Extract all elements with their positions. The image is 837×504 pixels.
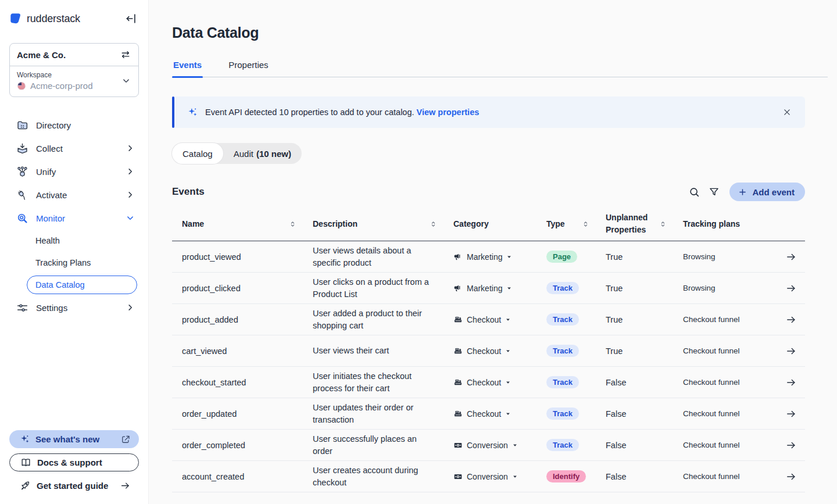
arrow-right-icon xyxy=(120,480,131,491)
table-row[interactable]: checkout_started User initiates the chec… xyxy=(172,367,805,398)
caret-down-icon xyxy=(505,317,511,323)
sidebar-item-settings[interactable]: Settings xyxy=(9,296,139,319)
filter-icon xyxy=(708,186,720,198)
rudderstack-logo-icon xyxy=(9,12,22,25)
cash-register-icon xyxy=(453,346,463,356)
event-name: cart_viewed xyxy=(182,346,313,356)
unplanned-value: True xyxy=(606,315,683,324)
sparkles-icon xyxy=(187,107,198,117)
row-open-button[interactable] xyxy=(773,439,805,451)
row-open-button[interactable] xyxy=(773,377,805,388)
caret-down-icon xyxy=(506,254,512,260)
tracking-plan: Checkout funnel xyxy=(683,409,773,418)
tracking-plan: Browsing xyxy=(683,284,773,292)
table-row[interactable]: account_created User creates account dur… xyxy=(172,461,805,492)
event-description: User clicks on a product from a Product … xyxy=(313,276,453,301)
tab-events[interactable]: Events xyxy=(172,56,203,77)
event-description: User updates their order or transaction xyxy=(313,402,453,426)
column-header-name: Name xyxy=(182,218,313,230)
sidebar-item-activate[interactable]: Activate xyxy=(9,183,139,206)
org-name: Acme & Co. xyxy=(17,50,120,60)
table-row[interactable]: order_completed User successfully places… xyxy=(172,430,805,461)
table-body: product_viewed User views details about … xyxy=(172,241,805,492)
category-label: Checkout xyxy=(467,346,501,356)
row-open-button[interactable] xyxy=(773,345,805,357)
chevron-down-icon[interactable] xyxy=(121,76,131,86)
banner-close-button[interactable] xyxy=(778,103,796,121)
category-dropdown[interactable]: Conversion xyxy=(453,472,546,481)
sidebar: rudderstack Acme & Co. Workspace Acme-co… xyxy=(0,0,149,504)
table-header: Name Description Category Type Unplanned… xyxy=(172,209,805,241)
table-row[interactable]: product_viewed User views details about … xyxy=(172,241,805,273)
category-dropdown[interactable]: Marketing xyxy=(453,252,546,262)
category-label: Conversion xyxy=(467,441,508,450)
chevron-right-icon[interactable] xyxy=(125,143,135,153)
plug-icon xyxy=(16,189,28,201)
main-content: Data Catalog Events Properties Event API… xyxy=(149,0,837,504)
search-icon xyxy=(688,186,700,198)
toggle-audit-label: Audit xyxy=(234,149,253,159)
add-event-button[interactable]: Add event xyxy=(729,183,805,201)
table-row[interactable]: product_added User added a product to th… xyxy=(172,304,805,335)
type-badge: Track xyxy=(546,313,579,326)
view-properties-link[interactable]: View properties xyxy=(417,108,480,117)
category-dropdown[interactable]: Checkout xyxy=(453,346,546,356)
sidebar-subitem-tracking-plans[interactable]: Tracking Plans xyxy=(9,252,139,274)
arrow-right-icon xyxy=(785,314,797,326)
table-row[interactable]: product_clicked User clicks on a product… xyxy=(172,273,805,304)
sidebar-subitem-data-catalog[interactable]: Data Catalog xyxy=(9,274,139,296)
category-label: Conversion xyxy=(467,472,508,481)
search-button[interactable] xyxy=(684,182,704,202)
sidebar-item-collect[interactable]: Collect xyxy=(9,137,139,160)
type-badge: Track xyxy=(546,345,579,357)
org-selector[interactable]: Acme & Co. xyxy=(10,44,138,66)
filter-button[interactable] xyxy=(704,182,724,202)
row-open-button[interactable] xyxy=(773,314,805,326)
table-row[interactable]: order_updated User updates their order o… xyxy=(172,398,805,430)
category-dropdown[interactable]: Checkout xyxy=(453,315,546,324)
chevron-right-icon[interactable] xyxy=(125,190,135,200)
plus-icon xyxy=(738,187,747,197)
unplanned-value: True xyxy=(606,346,683,356)
arrow-right-icon xyxy=(785,471,797,482)
tracking-plan: Checkout funnel xyxy=(683,441,773,449)
row-open-button[interactable] xyxy=(773,408,805,420)
banner-text: Event API detected 10 properties to add … xyxy=(205,108,414,117)
sort-icon[interactable] xyxy=(659,220,667,228)
category-dropdown[interactable]: Checkout xyxy=(453,378,546,387)
workspace-selector[interactable]: Workspace Acme-corp-prod xyxy=(10,66,138,96)
category-dropdown[interactable]: Marketing xyxy=(453,284,546,293)
sort-icon[interactable] xyxy=(582,220,589,228)
info-banner: Event API detected 10 properties to add … xyxy=(172,96,805,128)
category-dropdown[interactable]: Checkout xyxy=(453,409,546,419)
unplanned-value: False xyxy=(606,409,683,419)
see-whats-new-button[interactable]: See what's new xyxy=(9,430,139,448)
docs-support-button[interactable]: Docs & support xyxy=(9,453,139,471)
chevron-right-icon[interactable] xyxy=(125,302,135,313)
rocket-icon xyxy=(20,480,31,491)
category-dropdown[interactable]: Conversion xyxy=(453,441,546,450)
toggle-audit[interactable]: Audit (10 new) xyxy=(223,143,302,164)
collapse-sidebar-button[interactable] xyxy=(123,10,139,27)
toggle-catalog[interactable]: Catalog xyxy=(172,143,223,164)
sort-icon[interactable] xyxy=(289,220,296,228)
table-row[interactable]: cart_viewed User views their cart Checko… xyxy=(172,335,805,367)
sidebar-item-monitor[interactable]: Monitor xyxy=(9,206,139,230)
get-started-guide-button[interactable]: Get started guide xyxy=(9,477,139,495)
row-open-button[interactable] xyxy=(773,251,805,263)
swap-org-icon[interactable] xyxy=(120,49,131,60)
row-open-button[interactable] xyxy=(773,283,805,294)
banner-message: Event API detected 10 properties to add … xyxy=(205,108,778,117)
row-open-button[interactable] xyxy=(773,471,805,482)
arrow-right-icon xyxy=(785,439,797,451)
chevron-right-icon[interactable] xyxy=(125,166,135,177)
sort-icon[interactable] xyxy=(430,220,437,228)
sidebar-item-unify[interactable]: Unify xyxy=(9,160,139,183)
sidebar-subitem-health[interactable]: Health xyxy=(9,230,139,252)
column-header-unplanned-properties: Unplanned Properties xyxy=(606,212,683,236)
toggle-catalog-label: Catalog xyxy=(183,149,213,159)
tab-properties[interactable]: Properties xyxy=(227,56,269,77)
sidebar-item-directory[interactable]: Directory xyxy=(9,113,139,137)
chevron-down-icon[interactable] xyxy=(125,213,135,223)
events-table: Name Description Category Type Unplanned… xyxy=(172,209,805,492)
